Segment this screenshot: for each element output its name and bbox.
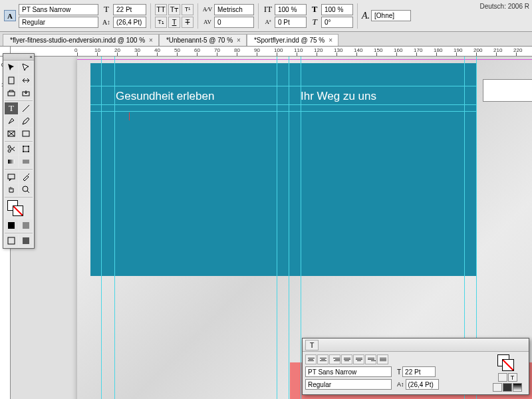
svg-rect-1 xyxy=(8,92,15,96)
guide[interactable] xyxy=(114,57,115,399)
skew-field[interactable] xyxy=(321,17,353,28)
selection-tool[interactable] xyxy=(5,62,18,74)
guide[interactable] xyxy=(301,57,301,399)
justify-all-button[interactable] xyxy=(377,354,388,364)
tab-unbenannt-5[interactable]: *Unbenannt-5 @ 70 %× xyxy=(159,34,247,46)
svg-point-9 xyxy=(8,150,11,152)
subscript-button[interactable]: T₁ xyxy=(155,17,167,28)
hand-tool[interactable] xyxy=(5,184,18,196)
tracking-field[interactable] xyxy=(214,17,254,28)
gap-tool[interactable] xyxy=(19,74,33,86)
justify-left-button[interactable] xyxy=(341,354,352,364)
align-center-button[interactable] xyxy=(317,354,329,364)
free-transform-tool[interactable] xyxy=(19,143,33,155)
content-collector-tool[interactable] xyxy=(5,87,18,99)
justify-right-button[interactable] xyxy=(365,354,376,364)
strike-button[interactable]: T xyxy=(182,17,194,28)
white-text-frame[interactable]: WIR xyxy=(483,79,532,102)
align-right-button[interactable] xyxy=(329,354,340,364)
font-size-icon: T xyxy=(397,368,401,376)
apply-format-buttons xyxy=(493,383,522,392)
content-placer-tool[interactable] xyxy=(19,87,33,99)
svg-line-3 xyxy=(23,105,29,112)
justify-center-button[interactable] xyxy=(353,354,364,364)
svg-rect-10 xyxy=(23,146,29,152)
apply-gradient-button[interactable] xyxy=(19,219,33,231)
note-tool[interactable] xyxy=(5,171,18,183)
type-icon: T xyxy=(305,340,319,350)
tab-flyer-fitness[interactable]: *flyer-fitness-studio-endversion.indd @ … xyxy=(3,34,159,46)
allcaps-button[interactable]: TT xyxy=(155,4,167,15)
panel-header[interactable]: × xyxy=(3,54,34,61)
panel-font-size-field[interactable] xyxy=(402,366,436,377)
pencil-tool[interactable] xyxy=(19,115,33,127)
text-format-button[interactable]: T xyxy=(508,373,517,382)
rectangle-frame-tool[interactable] xyxy=(5,128,18,140)
pen-tool[interactable] xyxy=(5,115,18,127)
guide[interactable] xyxy=(277,57,277,399)
rectangle-tool[interactable] xyxy=(19,128,33,140)
svg-line-19 xyxy=(27,191,29,193)
kerning-field[interactable] xyxy=(214,4,254,15)
direct-selection-tool[interactable] xyxy=(19,62,33,74)
baseline-field[interactable] xyxy=(275,17,307,28)
close-icon[interactable]: × xyxy=(237,37,241,44)
page-tool[interactable] xyxy=(5,74,18,86)
apply-none-button[interactable] xyxy=(493,383,502,392)
guide[interactable] xyxy=(289,57,289,399)
font-family-field[interactable] xyxy=(19,4,98,15)
guide[interactable] xyxy=(90,104,476,105)
scissors-tool[interactable] xyxy=(5,143,18,155)
vscale-field[interactable] xyxy=(275,4,307,15)
teal-frame[interactable]: Gesundheit erleben Ihr Weg zu uns xyxy=(90,63,476,276)
gradient-swatch-tool[interactable] xyxy=(5,156,18,168)
type-tool[interactable]: T xyxy=(5,102,18,114)
line-tool[interactable] xyxy=(19,102,33,114)
align-left-button[interactable] xyxy=(305,354,317,364)
ruler-horizontal[interactable]: 0102030405060708090100110120130140150160… xyxy=(11,47,532,57)
container-format-button[interactable] xyxy=(498,373,507,382)
eyedropper-tool[interactable] xyxy=(19,171,33,183)
underline-button[interactable]: T xyxy=(168,17,180,28)
apply-color-button[interactable] xyxy=(503,383,512,392)
skew-icon: T xyxy=(309,17,320,27)
formatting-container-buttons: T xyxy=(498,373,517,382)
panel-font-family-field[interactable] xyxy=(305,366,392,377)
zoom-tool[interactable] xyxy=(19,184,33,196)
panel-header[interactable]: T xyxy=(303,338,529,352)
smallcaps-button[interactable]: Tᴛ xyxy=(168,4,180,15)
heading-gesundheit[interactable]: Gesundheit erleben xyxy=(116,90,214,103)
font-size-field[interactable] xyxy=(113,4,146,15)
apply-color-button[interactable] xyxy=(5,219,18,231)
svg-rect-20 xyxy=(8,222,15,229)
panel-fill-stroke-swatch[interactable] xyxy=(497,354,517,372)
superscript-button[interactable]: T¹ xyxy=(182,4,194,15)
hscale-field[interactable] xyxy=(321,4,353,15)
char-style-field[interactable] xyxy=(371,10,411,21)
document-tabs: *flyer-fitness-studio-endversion.indd @ … xyxy=(0,32,532,47)
guide[interactable] xyxy=(101,57,102,399)
normal-view-button[interactable] xyxy=(5,235,18,247)
preview-view-button[interactable] xyxy=(19,235,33,247)
fill-stroke-swatch[interactable] xyxy=(5,199,33,219)
guide[interactable] xyxy=(90,86,476,86)
svg-rect-7 xyxy=(23,131,29,136)
guide[interactable] xyxy=(90,111,476,112)
close-icon[interactable]: × xyxy=(329,37,332,44)
apply-gradient-button[interactable] xyxy=(513,383,522,392)
svg-point-13 xyxy=(23,151,24,152)
panel-leading-field[interactable] xyxy=(406,379,439,390)
font-style-field[interactable] xyxy=(19,17,98,28)
close-icon[interactable]: × xyxy=(149,37,153,44)
type-tool-indicator[interactable]: A xyxy=(4,10,16,21)
gradient-feather-tool[interactable] xyxy=(19,156,33,168)
leading-field[interactable] xyxy=(113,17,146,28)
heading-ihrweg[interactable]: Ihr Weg zu uns xyxy=(301,90,376,103)
svg-rect-15 xyxy=(8,160,15,164)
svg-point-12 xyxy=(28,146,29,147)
panel-font-style-field[interactable] xyxy=(305,379,392,390)
character-panel[interactable]: T T A↕ xyxy=(302,338,529,395)
tab-sportflyer[interactable]: *Sportflyer.indd @ 75 %× xyxy=(247,34,338,46)
close-icon[interactable]: × xyxy=(29,54,33,60)
tools-panel[interactable]: × T xyxy=(3,53,35,249)
